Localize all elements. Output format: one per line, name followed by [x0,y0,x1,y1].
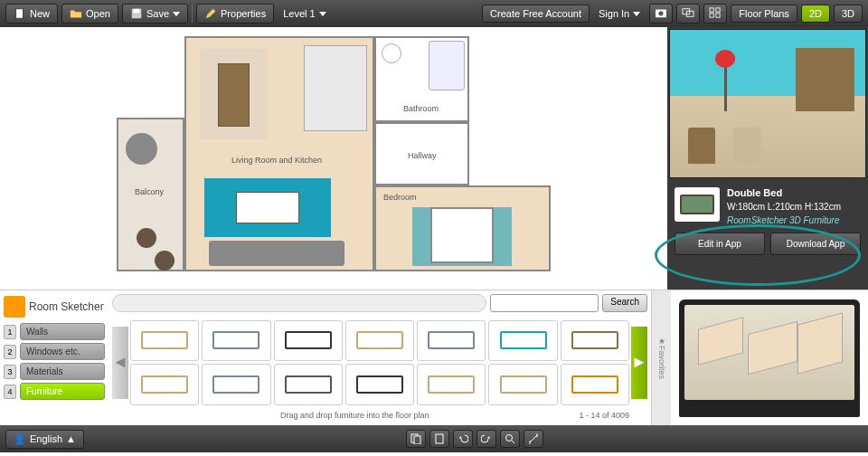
level-label: Level 1 [283,8,315,19]
furniture-item[interactable] [417,320,486,362]
redo-button[interactable] [476,430,496,448]
main-area: Balcony Living Room and Kitchen Bathroom… [0,27,868,290]
furniture-item[interactable] [130,364,199,405]
item-name: Double Bed [727,187,861,198]
status-range: 1 - 14 of 4009 [579,411,629,420]
properties-label: Properties [221,8,266,19]
room-balcony[interactable]: Balcony [117,118,184,271]
favorites-tab[interactable]: ★ Favorites [651,290,671,425]
camera-icon [655,7,667,20]
category-furniture[interactable]: 4Furniture [4,383,105,400]
user-icon: 👤 [14,433,26,445]
undo-button[interactable] [453,430,473,448]
svg-rect-0 [16,9,24,19]
floorplan-canvas[interactable]: Balcony Living Room and Kitchen Bathroom… [0,27,667,290]
svg-rect-2 [133,9,139,13]
item-dimensions: W:180cm L:210cm H:132cm [727,202,861,212]
save-icon [130,7,143,20]
edit-in-app-button[interactable]: Edit in App [675,233,765,255]
new-icon [14,7,26,20]
bottom-toolbar: 👤English ▲ [0,425,868,452]
create-account-button[interactable]: Create Free Account [482,5,590,23]
svg-rect-13 [436,434,443,443]
category-walls[interactable]: 1Walls [4,323,105,340]
category-materials[interactable]: 3Materials [4,363,105,380]
furniture-item[interactable] [274,364,343,405]
open-button[interactable]: Open [61,4,118,24]
download-app-button[interactable]: Download App [770,233,861,255]
copy-button[interactable] [406,430,426,448]
prev-page-button[interactable]: ◄ [112,327,128,399]
preview-3d[interactable] [669,29,866,178]
promo-laptop [671,290,868,425]
furniture-item[interactable] [345,320,414,362]
view-3d-button[interactable]: 3D [834,5,863,23]
item-thumbnail [675,187,720,222]
save-label: Save [146,8,169,19]
furniture-item[interactable] [488,320,557,362]
grid-button[interactable] [703,4,727,24]
measure-button[interactable] [524,430,543,448]
right-sidebar: Double Bed W:180cm L:210cm H:132cm RoomS… [667,27,868,290]
furniture-item[interactable] [488,364,557,405]
sign-in-button[interactable]: Sign In [593,8,646,19]
furniture-item[interactable] [561,320,629,362]
paste-button[interactable] [429,430,449,448]
room-hallway[interactable]: Hallway [374,122,469,185]
item-source: RoomSketcher 3D Furniture [727,215,861,225]
svg-line-15 [512,441,514,443]
furniture-grid [130,320,629,405]
breadcrumb[interactable] [112,294,486,312]
label-bathroom: Bathroom [403,104,439,113]
search-button[interactable]: Search [602,294,647,312]
new-button[interactable]: New [5,4,58,24]
furniture-item[interactable] [274,320,343,362]
svg-rect-9 [710,14,713,17]
new-label: New [30,8,50,19]
category-windows[interactable]: 2Windows etc. [4,343,105,360]
svg-rect-12 [414,436,420,444]
furniture-item[interactable] [561,364,629,405]
pencil-icon [204,7,217,20]
furniture-item[interactable] [417,364,486,405]
status-hint: Drag and drop furniture into the floor p… [280,411,429,420]
next-page-button[interactable]: ► [631,327,647,399]
furniture-item[interactable] [345,364,414,405]
room-bathroom[interactable]: Bathroom [374,36,469,122]
room-living[interactable]: Living Room and Kitchen [184,36,374,271]
snapshot-button[interactable] [649,4,673,24]
level-selector[interactable]: Level 1 [278,8,331,19]
top-toolbar: New Open Save Properties Level 1 Create … [0,0,868,27]
label-bedroom: Bedroom [383,193,417,202]
open-label: Open [86,8,110,19]
library-panel: Room Sketcher 1Walls 2Windows etc. 3Mate… [0,290,868,425]
svg-line-16 [530,435,537,442]
furniture-item[interactable] [130,320,199,362]
zoom-button[interactable] [500,430,520,448]
folder-icon [70,7,82,20]
chevron-down-icon [173,12,180,16]
floor-plans-button[interactable]: Floor Plans [731,5,797,23]
label-balcony: Balcony [135,187,164,196]
properties-button[interactable]: Properties [196,4,274,24]
furniture-item[interactable] [202,320,270,362]
label-hallway: Hallway [408,151,437,160]
svg-rect-8 [716,8,720,12]
chevron-down-icon [633,12,640,16]
save-button[interactable]: Save [122,4,188,24]
grid-icon [709,7,722,20]
svg-point-14 [506,435,513,442]
item-info-panel: Double Bed W:180cm L:210cm H:132cm RoomS… [667,180,868,233]
screens-button[interactable] [676,4,700,24]
language-selector[interactable]: 👤English ▲ [5,430,84,449]
search-input[interactable] [490,294,599,312]
room-bedroom[interactable]: Bedroom [374,185,551,271]
furniture-item[interactable] [202,364,270,405]
svg-rect-10 [716,14,720,17]
chevron-down-icon [319,12,326,16]
svg-point-4 [659,11,664,15]
view-2d-button[interactable]: 2D [801,5,830,23]
label-living: Living Room and Kitchen [231,156,322,165]
app-logo: Room Sketcher [4,296,105,318]
logo-text: Room Sketcher [29,301,104,312]
